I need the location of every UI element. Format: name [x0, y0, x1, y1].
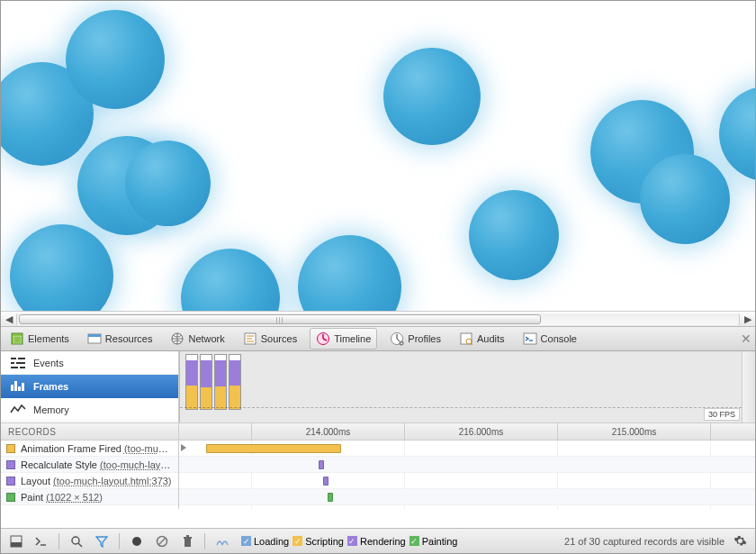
frame-column[interactable]	[229, 354, 241, 410]
tab-network[interactable]: Network	[165, 329, 230, 349]
garbage-collect-button[interactable]	[177, 532, 197, 550]
glue-button[interactable]	[212, 532, 232, 550]
sidebar-item-label: Frames	[33, 381, 68, 392]
svg-rect-28	[14, 381, 17, 391]
ruler-tick: 214.000ms	[710, 423, 756, 440]
scroll-right-button[interactable]: ▶	[740, 313, 755, 326]
tab-elements[interactable]: ⬚Elements	[4, 329, 75, 349]
track-row	[179, 489, 755, 505]
elements-icon: ⬚	[10, 331, 24, 346]
ball	[383, 48, 481, 145]
sources-icon	[243, 331, 257, 346]
scroll-thumb[interactable]: |||	[19, 314, 541, 324]
tab-sources[interactable]: Sources	[238, 329, 302, 349]
record-bar[interactable]	[328, 493, 333, 502]
tab-audits[interactable]: Audits	[454, 329, 510, 349]
record-label: Recalculate Style (too-much-layou...	[21, 459, 173, 470]
tab-profiles[interactable]: Profiles	[384, 329, 446, 349]
record-row[interactable]: Animation Frame Fired (too-much-...	[1, 440, 178, 457]
filter-label: Painting	[422, 536, 458, 547]
expand-toggle[interactable]	[181, 444, 186, 451]
sidebar-item-memory[interactable]: Memory	[1, 398, 178, 422]
record-swatch	[6, 477, 15, 486]
filter-button[interactable]	[92, 532, 112, 550]
sidebar-item-events[interactable]: Events	[1, 351, 178, 375]
svg-rect-29	[18, 386, 21, 391]
record-bar[interactable]	[319, 460, 324, 469]
ruler-tick: 215.000ms	[557, 423, 710, 440]
svg-line-35	[78, 543, 82, 547]
ruler-row: RECORDS 214.000ms216.000ms215.000ms214.0…	[1, 423, 755, 440]
horizontal-scrollbar[interactable]: ◀ ||| ▶	[1, 311, 755, 326]
ball	[298, 235, 401, 311]
record-row[interactable]: Layout (too-much-layout.html:373)	[1, 473, 178, 489]
ball	[66, 10, 165, 109]
filter-label: Rendering	[360, 536, 406, 547]
ball	[10, 224, 113, 311]
tab-console[interactable]: Console	[518, 329, 582, 349]
profiles-icon	[390, 331, 404, 346]
filter-loading[interactable]: ✓Loading	[241, 536, 289, 547]
tab-timeline[interactable]: Timeline	[310, 328, 377, 350]
record-label: Paint (1022 × 512)	[21, 492, 103, 503]
record-row[interactable]: Paint (1022 × 512)	[1, 489, 178, 505]
ruler-tick: 216.000ms	[404, 423, 557, 440]
frame-column[interactable]	[185, 354, 198, 410]
close-devtools-button[interactable]: ✕	[741, 331, 752, 346]
network-icon	[170, 331, 184, 346]
filter-scripting[interactable]: ✓Scripting	[292, 536, 344, 547]
filter-label: Scripting	[305, 536, 344, 547]
record-bar[interactable]	[206, 444, 341, 453]
frames-overview[interactable]: 30 FPS	[179, 351, 755, 422]
ball	[719, 86, 755, 181]
checkbox-icon: ✓	[410, 536, 419, 546]
tab-label: Profiles	[408, 333, 441, 344]
frame-column[interactable]	[214, 354, 227, 410]
tab-label: Resources	[105, 333, 153, 344]
record-label: Layout (too-much-layout.html:373)	[21, 476, 172, 486]
tab-label: Timeline	[334, 333, 371, 344]
filter-painting[interactable]: ✓Painting	[410, 536, 458, 547]
settings-button[interactable]	[730, 534, 750, 548]
console-icon	[523, 331, 537, 346]
sidebar-item-frames[interactable]: Frames	[1, 375, 178, 398]
scroll-left-button[interactable]: ◀	[1, 313, 16, 326]
tab-label: Console	[541, 333, 577, 344]
ball	[640, 154, 730, 244]
record-bar[interactable]	[323, 477, 328, 486]
tab-label: Network	[188, 333, 224, 344]
records-tracks[interactable]	[179, 440, 755, 509]
clear-button[interactable]	[152, 532, 172, 550]
dock-button[interactable]	[6, 532, 26, 550]
timeline-panel: EventsFramesMemory 30 FPS	[1, 351, 755, 423]
frame-column[interactable]	[200, 354, 212, 410]
frames-icon	[10, 379, 26, 394]
frames-vertical-scrollbar[interactable]	[742, 351, 755, 422]
audits-icon	[459, 331, 473, 346]
svg-text:⬚: ⬚	[13, 333, 22, 344]
status-text: 21 of 30 captured records are visible	[564, 536, 724, 547]
svg-rect-19	[524, 333, 536, 344]
filter-rendering[interactable]: ✓Rendering	[347, 536, 406, 547]
time-ruler[interactable]: 214.000ms216.000ms215.000ms214.000ms	[179, 423, 755, 440]
console-toggle-button[interactable]	[32, 532, 51, 550]
search-button[interactable]	[67, 532, 86, 550]
track-row	[179, 440, 755, 457]
record-label: Animation Frame Fired (too-much-...	[21, 443, 173, 454]
sidebar-item-label: Memory	[33, 404, 69, 415]
tab-resources[interactable]: Resources	[82, 329, 158, 349]
svg-rect-27	[11, 385, 14, 391]
page-viewport	[1, 1, 755, 311]
svg-rect-3	[88, 334, 101, 337]
svg-point-36	[132, 537, 141, 546]
ball	[181, 249, 280, 311]
record-row[interactable]: Recalculate Style (too-much-layou...	[1, 457, 178, 473]
svg-rect-30	[22, 383, 24, 391]
svg-rect-39	[184, 539, 191, 547]
scroll-track[interactable]: |||	[16, 313, 740, 325]
checkbox-icon: ✓	[241, 536, 251, 546]
record-button[interactable]	[127, 532, 147, 550]
records-list: Animation Frame Fired (too-much-...Recal…	[1, 440, 179, 509]
records-header: RECORDS	[1, 423, 179, 440]
devtools-tabbar: ⬚ElementsResourcesNetworkSourcesTimeline…	[1, 326, 755, 351]
